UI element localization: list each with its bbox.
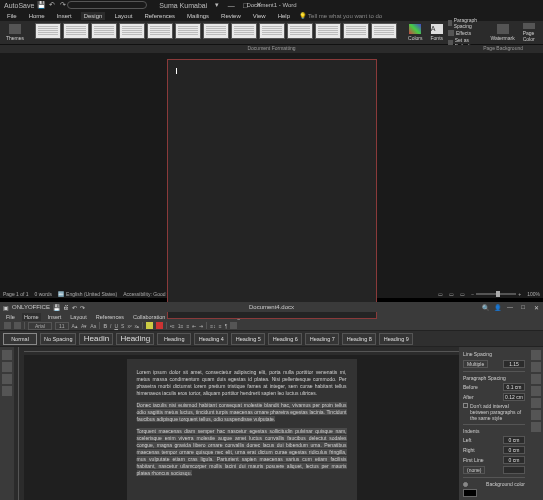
style-normal[interactable]: Normal — [3, 333, 37, 345]
line-spacing-value[interactable]: 1.15 — [503, 360, 525, 368]
linespacing-icon[interactable]: ≡↕ — [210, 323, 215, 329]
image-tab-icon[interactable] — [531, 374, 541, 384]
after-value[interactable]: 0.12 cm — [503, 393, 525, 401]
bullets-icon[interactable]: •≡ — [170, 323, 175, 329]
style-heading1[interactable]: Headin — [79, 333, 113, 345]
tab-home[interactable]: Home — [26, 12, 48, 20]
page-indicator[interactable]: Page 1 of 1 — [3, 291, 29, 297]
highlight-icon[interactable] — [146, 322, 153, 329]
tab-mailings[interactable]: Mailings — [184, 12, 212, 20]
shape-tab-icon[interactable] — [531, 398, 541, 408]
colors-button[interactable]: Colors — [405, 23, 425, 42]
header-tab-icon[interactable] — [531, 386, 541, 396]
feedback-icon[interactable] — [2, 386, 12, 396]
tab-file[interactable]: File — [4, 12, 20, 20]
style-set-thumb[interactable] — [343, 23, 369, 39]
vertical-ruler[interactable] — [14, 347, 24, 500]
view-print-icon[interactable]: ▭ — [449, 291, 454, 297]
style-set-thumb[interactable] — [35, 23, 61, 39]
table-tab-icon[interactable] — [531, 362, 541, 372]
before-value[interactable]: 0.1 cm — [503, 383, 525, 391]
shrink-font-icon[interactable]: A▾ — [81, 323, 87, 329]
style-set-thumb[interactable] — [287, 23, 313, 39]
horizontal-ruler[interactable] — [24, 347, 459, 355]
style-heading8[interactable]: Heading 8 — [342, 333, 376, 345]
style-heading5[interactable]: Heading 5 — [231, 333, 265, 345]
dec-indent-icon[interactable]: ⇤ — [192, 323, 196, 329]
textart-tab-icon[interactable] — [531, 422, 541, 432]
special-select[interactable]: (none) — [463, 466, 485, 474]
style-heading3[interactable]: Heading — [157, 333, 191, 345]
document-formatting-gallery[interactable] — [35, 23, 397, 42]
style-set-thumb[interactable] — [119, 23, 145, 39]
oo-canvas[interactable]: Lorem ipsum dolor sit amet, consectetur … — [24, 355, 459, 500]
view-read-icon[interactable]: ▭ — [438, 291, 443, 297]
oo-page[interactable]: Lorem ipsum dolor sit amet, consectetur … — [127, 359, 357, 500]
selected-text[interactable]: Torquent maecenas diam semper hac nascet… — [137, 428, 347, 476]
oo-tab-layout[interactable]: Layout — [68, 313, 89, 321]
style-set-thumb[interactable] — [63, 23, 89, 39]
dont-add-checkbox[interactable] — [463, 403, 468, 408]
comments-panel-icon[interactable] — [2, 362, 12, 372]
grow-font-icon[interactable]: A▴ — [72, 323, 78, 329]
font-color-icon[interactable] — [156, 322, 163, 329]
oo-tab-file[interactable]: File — [4, 313, 17, 321]
style-heading9[interactable]: Heading 9 — [379, 333, 413, 345]
word-count[interactable]: 0 words — [35, 291, 53, 297]
sub-icon[interactable]: x₂ — [135, 323, 140, 329]
oo-tab-insert[interactable]: Insert — [46, 313, 64, 321]
style-set-thumb[interactable] — [147, 23, 173, 39]
style-heading6[interactable]: Heading 6 — [268, 333, 302, 345]
style-set-thumb[interactable] — [203, 23, 229, 39]
font-select[interactable]: Arial — [28, 322, 52, 330]
headings-panel-icon[interactable] — [2, 374, 12, 384]
fonts-button[interactable]: AFonts — [428, 23, 447, 42]
themes-button[interactable]: Themes — [3, 23, 27, 42]
super-icon[interactable]: x² — [127, 323, 131, 329]
tab-references[interactable]: References — [141, 12, 178, 20]
tab-review[interactable]: Review — [218, 12, 244, 20]
indent-first-value[interactable]: 0 cm — [503, 456, 525, 464]
multilevel-icon[interactable]: ≡ — [186, 323, 189, 329]
underline-icon[interactable]: U — [114, 323, 118, 329]
tab-insert[interactable]: Insert — [54, 12, 75, 20]
minimize-icon[interactable]: — — [506, 304, 514, 311]
oo-tab-references[interactable]: References — [94, 313, 126, 321]
style-set-thumb[interactable] — [259, 23, 285, 39]
paragraph-mark-icon[interactable]: ¶ — [225, 323, 228, 329]
maximize-icon[interactable]: □ — [519, 304, 527, 311]
indent-left-value[interactable]: 0 cm — [503, 436, 525, 444]
style-set-thumb[interactable] — [371, 23, 397, 39]
autosave-toggle[interactable]: AutoSave — [4, 2, 34, 9]
font-size[interactable]: 11 — [55, 322, 69, 330]
line-spacing-mode[interactable]: Multiple — [463, 360, 488, 368]
paste-icon[interactable] — [14, 322, 21, 329]
indent-right-value[interactable]: 0 cm — [503, 446, 525, 454]
redo-icon[interactable]: ↷ — [80, 304, 85, 311]
bg-color-swatch[interactable] — [463, 489, 477, 497]
numbering-icon[interactable]: 1≡ — [178, 323, 184, 329]
style-set-thumb[interactable] — [315, 23, 341, 39]
style-heading4[interactable]: Heading 4 — [194, 333, 228, 345]
tab-design[interactable]: Design — [81, 12, 106, 20]
style-heading2[interactable]: Heading — [116, 333, 154, 345]
paragraph-spacing-button[interactable]: Paragraph Spacing — [448, 17, 479, 29]
tab-help[interactable]: Help — [275, 12, 293, 20]
close-icon[interactable]: ✕ — [532, 304, 540, 311]
italic-icon[interactable]: I — [110, 323, 111, 329]
search-input[interactable] — [67, 1, 147, 9]
page-borders-button[interactable]: Page Borders — [540, 23, 543, 42]
oo-tab-home[interactable]: Home — [22, 313, 41, 321]
tell-me[interactable]: 💡Tell me what you want to do — [299, 12, 382, 19]
tab-layout[interactable]: Layout — [111, 12, 135, 20]
special-value[interactable] — [503, 466, 525, 474]
zoom-slider[interactable]: − + — [471, 291, 521, 297]
paragraph-tab-icon[interactable] — [531, 350, 541, 360]
zoom-value[interactable]: 100% — [527, 291, 540, 297]
style-no-spacing[interactable]: No Spacing — [40, 333, 76, 345]
view-web-icon[interactable]: ▭ — [460, 291, 465, 297]
user-icon[interactable]: 👤 — [494, 304, 501, 311]
shading-icon[interactable] — [230, 322, 237, 329]
save-icon[interactable]: 💾 — [37, 1, 45, 9]
oo-tab-collaboration[interactable]: Collaboration — [131, 313, 167, 321]
